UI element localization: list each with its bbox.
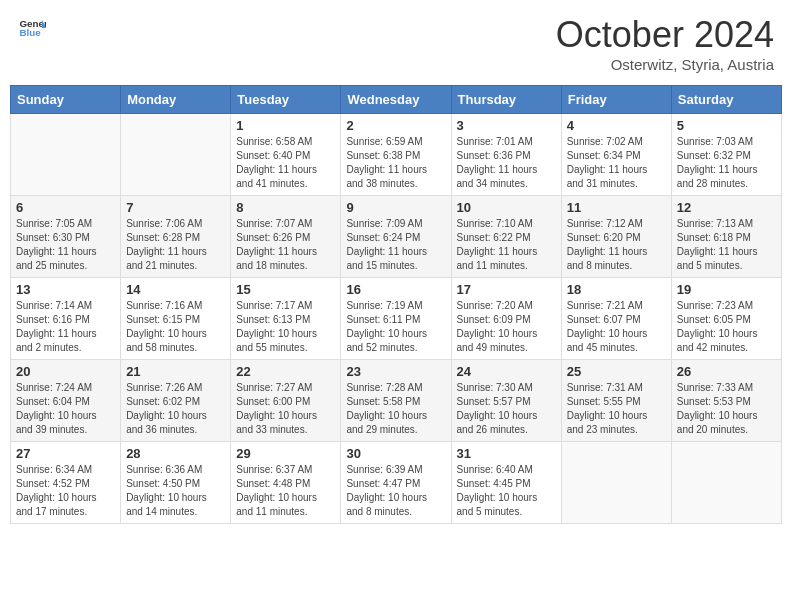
calendar-cell: 10Sunrise: 7:10 AM Sunset: 6:22 PM Dayli… [451, 196, 561, 278]
day-info: Sunrise: 7:06 AM Sunset: 6:28 PM Dayligh… [126, 217, 225, 273]
day-info: Sunrise: 7:19 AM Sunset: 6:11 PM Dayligh… [346, 299, 445, 355]
day-info: Sunrise: 7:26 AM Sunset: 6:02 PM Dayligh… [126, 381, 225, 437]
day-info: Sunrise: 6:59 AM Sunset: 6:38 PM Dayligh… [346, 135, 445, 191]
calendar-cell: 23Sunrise: 7:28 AM Sunset: 5:58 PM Dayli… [341, 360, 451, 442]
day-info: Sunrise: 7:28 AM Sunset: 5:58 PM Dayligh… [346, 381, 445, 437]
day-number: 8 [236, 200, 335, 215]
day-number: 23 [346, 364, 445, 379]
day-number: 29 [236, 446, 335, 461]
weekday-header-friday: Friday [561, 86, 671, 114]
calendar-cell: 7Sunrise: 7:06 AM Sunset: 6:28 PM Daylig… [121, 196, 231, 278]
day-info: Sunrise: 7:24 AM Sunset: 6:04 PM Dayligh… [16, 381, 115, 437]
svg-text:Blue: Blue [19, 27, 41, 38]
day-info: Sunrise: 7:31 AM Sunset: 5:55 PM Dayligh… [567, 381, 666, 437]
day-info: Sunrise: 7:27 AM Sunset: 6:00 PM Dayligh… [236, 381, 335, 437]
calendar-week-row: 6Sunrise: 7:05 AM Sunset: 6:30 PM Daylig… [11, 196, 782, 278]
generalblue-logo-icon: General Blue [18, 14, 46, 42]
day-number: 12 [677, 200, 776, 215]
calendar-cell: 18Sunrise: 7:21 AM Sunset: 6:07 PM Dayli… [561, 278, 671, 360]
calendar-week-row: 1Sunrise: 6:58 AM Sunset: 6:40 PM Daylig… [11, 114, 782, 196]
calendar-cell [11, 114, 121, 196]
day-number: 24 [457, 364, 556, 379]
day-number: 11 [567, 200, 666, 215]
calendar-cell: 3Sunrise: 7:01 AM Sunset: 6:36 PM Daylig… [451, 114, 561, 196]
location: Osterwitz, Styria, Austria [556, 56, 774, 73]
day-number: 30 [346, 446, 445, 461]
day-info: Sunrise: 7:09 AM Sunset: 6:24 PM Dayligh… [346, 217, 445, 273]
weekday-header-thursday: Thursday [451, 86, 561, 114]
calendar-cell: 14Sunrise: 7:16 AM Sunset: 6:15 PM Dayli… [121, 278, 231, 360]
calendar-cell: 15Sunrise: 7:17 AM Sunset: 6:13 PM Dayli… [231, 278, 341, 360]
day-info: Sunrise: 7:03 AM Sunset: 6:32 PM Dayligh… [677, 135, 776, 191]
day-number: 28 [126, 446, 225, 461]
calendar-cell: 24Sunrise: 7:30 AM Sunset: 5:57 PM Dayli… [451, 360, 561, 442]
weekday-header-saturday: Saturday [671, 86, 781, 114]
calendar-cell: 8Sunrise: 7:07 AM Sunset: 6:26 PM Daylig… [231, 196, 341, 278]
calendar-cell [561, 442, 671, 524]
day-number: 2 [346, 118, 445, 133]
calendar-cell: 9Sunrise: 7:09 AM Sunset: 6:24 PM Daylig… [341, 196, 451, 278]
day-info: Sunrise: 7:01 AM Sunset: 6:36 PM Dayligh… [457, 135, 556, 191]
day-number: 6 [16, 200, 115, 215]
day-info: Sunrise: 7:17 AM Sunset: 6:13 PM Dayligh… [236, 299, 335, 355]
day-info: Sunrise: 6:58 AM Sunset: 6:40 PM Dayligh… [236, 135, 335, 191]
day-info: Sunrise: 7:23 AM Sunset: 6:05 PM Dayligh… [677, 299, 776, 355]
day-info: Sunrise: 7:05 AM Sunset: 6:30 PM Dayligh… [16, 217, 115, 273]
weekday-header-sunday: Sunday [11, 86, 121, 114]
day-number: 3 [457, 118, 556, 133]
day-info: Sunrise: 6:40 AM Sunset: 4:45 PM Dayligh… [457, 463, 556, 519]
day-number: 27 [16, 446, 115, 461]
day-info: Sunrise: 6:37 AM Sunset: 4:48 PM Dayligh… [236, 463, 335, 519]
day-info: Sunrise: 7:14 AM Sunset: 6:16 PM Dayligh… [16, 299, 115, 355]
weekday-header-monday: Monday [121, 86, 231, 114]
month-title: October 2024 [556, 14, 774, 56]
day-number: 15 [236, 282, 335, 297]
calendar-cell: 21Sunrise: 7:26 AM Sunset: 6:02 PM Dayli… [121, 360, 231, 442]
calendar-cell: 4Sunrise: 7:02 AM Sunset: 6:34 PM Daylig… [561, 114, 671, 196]
day-number: 1 [236, 118, 335, 133]
day-info: Sunrise: 7:33 AM Sunset: 5:53 PM Dayligh… [677, 381, 776, 437]
day-number: 16 [346, 282, 445, 297]
calendar-week-row: 20Sunrise: 7:24 AM Sunset: 6:04 PM Dayli… [11, 360, 782, 442]
calendar-cell: 5Sunrise: 7:03 AM Sunset: 6:32 PM Daylig… [671, 114, 781, 196]
day-number: 4 [567, 118, 666, 133]
calendar-cell: 25Sunrise: 7:31 AM Sunset: 5:55 PM Dayli… [561, 360, 671, 442]
day-number: 9 [346, 200, 445, 215]
day-number: 18 [567, 282, 666, 297]
day-number: 26 [677, 364, 776, 379]
day-info: Sunrise: 7:30 AM Sunset: 5:57 PM Dayligh… [457, 381, 556, 437]
calendar-cell: 17Sunrise: 7:20 AM Sunset: 6:09 PM Dayli… [451, 278, 561, 360]
day-number: 5 [677, 118, 776, 133]
day-info: Sunrise: 7:02 AM Sunset: 6:34 PM Dayligh… [567, 135, 666, 191]
calendar-cell: 12Sunrise: 7:13 AM Sunset: 6:18 PM Dayli… [671, 196, 781, 278]
weekday-header-tuesday: Tuesday [231, 86, 341, 114]
day-number: 7 [126, 200, 225, 215]
day-info: Sunrise: 7:13 AM Sunset: 6:18 PM Dayligh… [677, 217, 776, 273]
day-info: Sunrise: 7:12 AM Sunset: 6:20 PM Dayligh… [567, 217, 666, 273]
day-number: 31 [457, 446, 556, 461]
calendar-cell: 11Sunrise: 7:12 AM Sunset: 6:20 PM Dayli… [561, 196, 671, 278]
calendar-week-row: 13Sunrise: 7:14 AM Sunset: 6:16 PM Dayli… [11, 278, 782, 360]
day-number: 20 [16, 364, 115, 379]
calendar-cell: 30Sunrise: 6:39 AM Sunset: 4:47 PM Dayli… [341, 442, 451, 524]
calendar-cell: 27Sunrise: 6:34 AM Sunset: 4:52 PM Dayli… [11, 442, 121, 524]
calendar-cell: 31Sunrise: 6:40 AM Sunset: 4:45 PM Dayli… [451, 442, 561, 524]
header: General Blue October 2024 Osterwitz, Sty… [10, 10, 782, 77]
calendar-cell [121, 114, 231, 196]
logo: General Blue [18, 14, 46, 42]
day-number: 13 [16, 282, 115, 297]
day-info: Sunrise: 7:21 AM Sunset: 6:07 PM Dayligh… [567, 299, 666, 355]
day-info: Sunrise: 6:34 AM Sunset: 4:52 PM Dayligh… [16, 463, 115, 519]
title-block: October 2024 Osterwitz, Styria, Austria [556, 14, 774, 73]
day-info: Sunrise: 7:16 AM Sunset: 6:15 PM Dayligh… [126, 299, 225, 355]
day-number: 22 [236, 364, 335, 379]
day-number: 21 [126, 364, 225, 379]
day-number: 25 [567, 364, 666, 379]
calendar-header-row: SundayMondayTuesdayWednesdayThursdayFrid… [11, 86, 782, 114]
calendar-cell: 22Sunrise: 7:27 AM Sunset: 6:00 PM Dayli… [231, 360, 341, 442]
calendar-table: SundayMondayTuesdayWednesdayThursdayFrid… [10, 85, 782, 524]
calendar-cell: 2Sunrise: 6:59 AM Sunset: 6:38 PM Daylig… [341, 114, 451, 196]
calendar-cell: 1Sunrise: 6:58 AM Sunset: 6:40 PM Daylig… [231, 114, 341, 196]
calendar-cell: 20Sunrise: 7:24 AM Sunset: 6:04 PM Dayli… [11, 360, 121, 442]
day-info: Sunrise: 6:39 AM Sunset: 4:47 PM Dayligh… [346, 463, 445, 519]
